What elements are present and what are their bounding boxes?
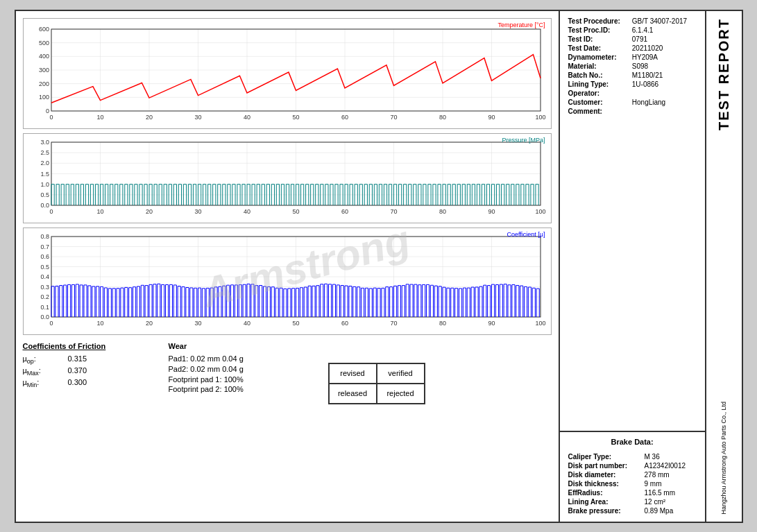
status-rejected: rejected [377, 384, 425, 404]
batch-no-label: Batch No.: [567, 71, 631, 80]
operator-row: Operator: [567, 89, 698, 98]
temp-chart-label: Temperature [°C] [497, 22, 545, 28]
disk-thickness-label: Disk thickness: [568, 480, 643, 488]
coeff-op-label: µop: [23, 354, 61, 365]
disk-diameter-row: Disk diameter: 278 mm [568, 471, 697, 479]
wear-pad2-mm: 0.02 mm [190, 365, 220, 373]
coeff-op-value: 0.315 [68, 354, 87, 363]
wear-section: Wear Pad1: 0.02 mm 0.04 g Pad2: 0.02 mm … [169, 342, 321, 404]
batch-no-row: Batch No.: M1180/21 [567, 71, 698, 80]
test-procedure-row: Test Procedure: GB/T 34007-2017 [567, 17, 698, 26]
coeff-chart-label: Coefficient [µ] [507, 231, 545, 238]
lining-type-value: 1U-0866 [631, 80, 698, 89]
test-proc-id-row: Test Proc.ID: 6.1.4.1 [567, 26, 698, 35]
wear-pad2-label: Pad2: [169, 365, 191, 373]
brake-data-title: Brake Data: [567, 438, 698, 446]
wear-pad2-row: Pad2: 0.02 mm 0.04 g [169, 365, 321, 373]
material-label: Material: [567, 62, 631, 71]
comment-label: Comment: [567, 107, 631, 116]
temperature-chart: Temperature [°C] [23, 18, 552, 129]
test-date-value: 20211020 [631, 44, 698, 53]
disk-thickness-value: 9 mm [645, 480, 697, 488]
wear-pad1-label: Pad1: [169, 354, 191, 363]
material-value: S098 [631, 62, 698, 71]
test-procedure-value: GB/T 34007-2017 [631, 17, 698, 26]
test-id-label: Test ID: [567, 35, 631, 44]
customer-row: Customer: HongLiang [567, 98, 698, 107]
lining-area-label: Lining Area: [568, 498, 643, 506]
coeff-min-value: 0.300 [68, 378, 87, 386]
caliper-type-row: Caliper Type: M 36 [568, 453, 697, 461]
test-date-label: Test Date: [567, 44, 631, 53]
lining-area-value: 12 cm² [645, 498, 697, 506]
footprint1-row: Footprint pad 1: 100% [169, 375, 321, 384]
header-info-table: Test Procedure: GB/T 34007-2017 Test Pro… [567, 17, 698, 116]
comment-value [631, 107, 698, 116]
right-panel: Test Procedure: GB/T 34007-2017 Test Pro… [559, 11, 705, 522]
footprint1-label: Footprint pad 1: [169, 375, 222, 384]
coeff-min-label: µMin: [23, 378, 61, 388]
coefficient-chart: Coefficient [µ] [23, 228, 552, 335]
coeff-title: Coefficients of Friction [23, 342, 162, 350]
status-section: revised verified released rejected [328, 356, 425, 404]
lining-type-row: Lining Type: 1U-0866 [567, 80, 698, 89]
brake-data-section: Brake Data: Caliper Type: M 36 Disk part… [560, 432, 705, 522]
main-content: Armstrong Temperature [°C] Pressure [MPa… [16, 11, 559, 522]
disk-part-label: Disk part number: [568, 462, 643, 470]
coeff-op-row: µop: 0.315 [23, 354, 162, 365]
lining-area-row: Lining Area: 12 cm² [568, 498, 697, 506]
wear-pad1-g-val: 0.04 g [222, 354, 244, 363]
dynamometer-value: HY209A [631, 53, 698, 62]
caliper-type-value: M 36 [645, 453, 697, 461]
status-grid: revised verified released rejected [328, 363, 425, 404]
eff-radius-value: 116.5 mm [645, 489, 697, 497]
wear-pad1-row: Pad1: 0.02 mm 0.04 g [169, 354, 321, 363]
test-procedure-label: Test Procedure: [567, 17, 631, 26]
batch-no-value: M1180/21 [631, 71, 698, 80]
caliper-type-label: Caliper Type: [568, 453, 643, 461]
coeff-min-row: µMin: 0.300 [23, 378, 162, 388]
lining-type-label: Lining Type: [567, 80, 631, 89]
eff-radius-label: EffRadius: [568, 489, 643, 497]
test-date-row: Test Date: 20211020 [567, 44, 698, 53]
test-id-value: 0791 [631, 35, 698, 44]
wear-title: Wear [169, 342, 321, 350]
test-proc-id-value: 6.1.4.1 [631, 26, 698, 35]
status-verified: verified [377, 363, 425, 384]
wear-pad1-mm: 0.02 mm [190, 354, 220, 363]
disk-thickness-row: Disk thickness: 9 mm [568, 480, 697, 488]
dynamometer-row: Dynamometer: HY209A [567, 53, 698, 62]
disk-part-row: Disk part number: A12342I0012 [568, 462, 697, 470]
operator-label: Operator: [567, 89, 631, 98]
coeff-max-value: 0.370 [68, 366, 87, 375]
test-proc-id-label: Test Proc.ID: [567, 26, 631, 35]
footprint2-pct: 100% [224, 385, 244, 393]
brake-pressure-row: Brake pressure: 0.89 Mpa [568, 507, 697, 515]
brake-pressure-value: 0.89 Mpa [645, 507, 697, 515]
coeff-max-label: µMax: [23, 366, 61, 377]
page: Armstrong Temperature [°C] Pressure [MPa… [15, 10, 743, 523]
comment-row: Comment: [567, 107, 698, 116]
footprint2-row: Footprint pad 2: 100% [169, 385, 321, 393]
header-info-section: Test Procedure: GB/T 34007-2017 Test Pro… [560, 11, 705, 432]
pressure-chart: Pressure [MPa] [23, 133, 552, 223]
disk-part-value: A12342I0012 [645, 462, 697, 470]
test-id-row: Test ID: 0791 [567, 35, 698, 44]
operator-value [631, 89, 698, 98]
dynamometer-label: Dynamometer: [567, 53, 631, 62]
brake-pressure-label: Brake pressure: [568, 507, 643, 515]
brake-data-table: Caliper Type: M 36 Disk part number: A12… [567, 452, 698, 516]
customer-value: HongLiang [631, 98, 698, 107]
coeff-max-row: µMax: 0.370 [23, 366, 162, 377]
footprint2-label: Footprint pad 2: [169, 385, 222, 393]
customer-label: Customer: [567, 98, 631, 107]
company-name: Hangzhou Armstrong Auto Parts Co., Ltd [720, 402, 727, 515]
test-report-title: TEST REPORT [716, 18, 732, 130]
footprint1-pct: 100% [224, 375, 244, 384]
test-report-sidebar: TEST REPORT Hangzhou Armstrong Auto Part… [705, 11, 742, 522]
pressure-chart-label: Pressure [MPa] [502, 137, 545, 144]
status-revised: revised [329, 363, 377, 384]
material-row: Material: S098 [567, 62, 698, 71]
disk-diameter-label: Disk diameter: [568, 471, 643, 479]
wear-pad2-g: 0.04 g [222, 365, 244, 373]
